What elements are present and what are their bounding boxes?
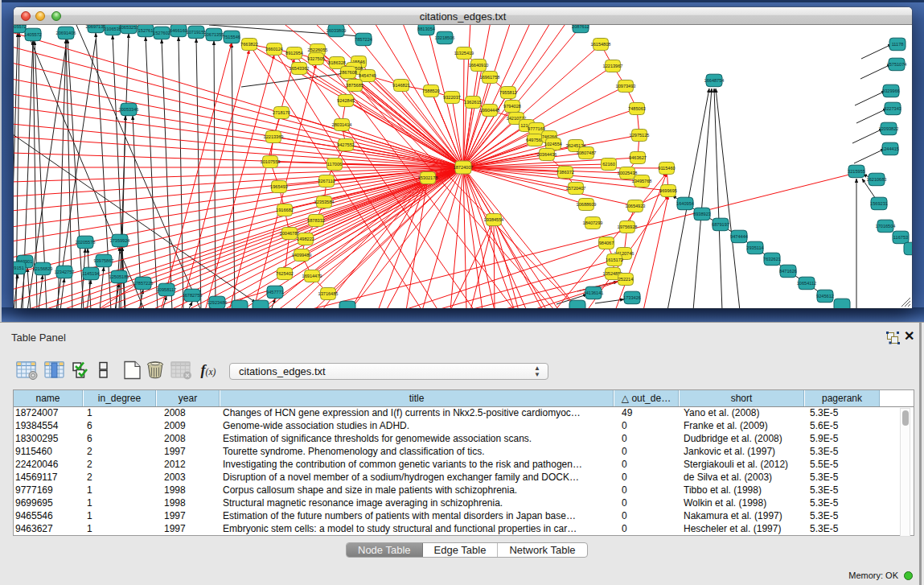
svg-text:17857225: 17857225: [133, 281, 154, 286]
svg-text:8471626: 8471626: [779, 269, 797, 274]
svg-text:19904448: 19904448: [480, 108, 500, 113]
svg-text:13218506: 13218506: [435, 35, 455, 40]
svg-text:7485063: 7485063: [628, 106, 646, 111]
svg-text:1569231: 1569231: [870, 201, 888, 206]
svg-text:117006: 117006: [327, 162, 342, 167]
svg-text:8186328: 8186328: [328, 60, 346, 65]
svg-text:1733426: 1733426: [623, 295, 641, 300]
svg-text:9777169: 9777169: [528, 126, 545, 131]
svg-text:1405572: 1405572: [24, 32, 42, 37]
svg-text:984067: 984067: [599, 241, 614, 245]
svg-text:10688609: 10688609: [577, 202, 597, 207]
svg-text:9322037: 9322037: [443, 95, 461, 100]
svg-text:9115460: 9115460: [658, 166, 675, 171]
svg-text:1362615: 1362615: [464, 100, 482, 105]
svg-text:14136141: 14136141: [584, 290, 604, 295]
svg-text:20691406: 20691406: [56, 31, 76, 35]
svg-text:18724007: 18724007: [454, 165, 474, 170]
svg-text:25226055: 25226055: [308, 47, 328, 52]
svg-text:1244415: 1244415: [881, 146, 899, 151]
svg-text:12923486: 12923486: [207, 300, 228, 305]
svg-text:62160: 62160: [602, 162, 615, 167]
svg-text:3267110: 3267110: [318, 179, 335, 183]
svg-text:2867608: 2867608: [339, 70, 357, 75]
svg-text:18407299: 18407299: [583, 220, 603, 225]
svg-text:12156829: 12156829: [33, 266, 53, 271]
svg-text:2718170: 2718170: [273, 110, 290, 115]
svg-text:9463627: 9463627: [629, 155, 647, 160]
svg-text:19756928: 19756928: [618, 225, 638, 229]
svg-text:116753: 116753: [893, 235, 908, 240]
svg-text:17359924: 17359924: [110, 238, 130, 243]
svg-text:28031414: 28031414: [332, 122, 352, 127]
svg-text:15751074: 15751074: [887, 62, 907, 67]
svg-text:152761: 152761: [138, 28, 154, 33]
svg-text:1145194: 1145194: [82, 271, 99, 276]
svg-text:7663822: 7663822: [240, 42, 258, 47]
svg-text:10107553: 10107553: [261, 159, 281, 164]
svg-text:9245612: 9245612: [816, 294, 834, 299]
svg-text:9242845: 9242845: [337, 98, 355, 103]
svg-text:9329966: 9329966: [882, 89, 900, 93]
svg-text:15302178: 15302178: [418, 175, 438, 180]
svg-text:8912954: 8912954: [285, 51, 303, 56]
svg-text:9474444: 9474444: [730, 234, 748, 239]
svg-text:16543362: 16543362: [290, 66, 310, 71]
svg-text:12505185: 12505185: [109, 274, 129, 279]
svg-text:f(x): f(x): [201, 362, 216, 378]
svg-text:10653257: 10653257: [119, 25, 139, 30]
svg-text:1024554: 1024554: [544, 142, 562, 146]
svg-text:19384554: 19384554: [484, 217, 504, 222]
svg-text:16640910: 16640910: [469, 63, 489, 68]
svg-text:9146821: 9146821: [392, 83, 410, 88]
svg-text:20053346: 20053346: [119, 107, 139, 112]
svg-text:20364436: 20364436: [537, 152, 557, 157]
svg-text:12093822: 12093822: [879, 126, 899, 131]
svg-text:10671355: 10671355: [204, 32, 224, 37]
svg-text:12213967: 12213967: [603, 64, 623, 68]
svg-text:10025438: 10025438: [618, 171, 638, 175]
svg-text:9699695: 9699695: [659, 188, 677, 193]
svg-text:12353584: 12353584: [314, 200, 335, 204]
svg-text:8454749: 8454749: [359, 73, 376, 78]
svg-text:5878332: 5878332: [307, 218, 325, 223]
svg-text:20697135: 20697135: [86, 25, 106, 29]
svg-text:9327505: 9327505: [307, 56, 325, 61]
svg-text:16961758: 16961758: [480, 75, 500, 80]
svg-text:13716485: 13716485: [318, 291, 339, 296]
svg-text:2935114: 2935114: [746, 245, 763, 250]
svg-text:9227343: 9227343: [884, 106, 901, 111]
svg-text:6879197: 6879197: [712, 222, 729, 227]
svg-text:2087612: 2087612: [572, 25, 589, 29]
svg-text:1498222: 1498222: [297, 237, 314, 241]
svg-text:17016504: 17016504: [876, 224, 896, 229]
svg-text:39151: 39151: [14, 266, 24, 270]
svg-text:16154808: 16154808: [591, 42, 611, 47]
svg-text:10958117: 10958117: [157, 287, 176, 292]
svg-text:10654923: 10654923: [626, 204, 646, 208]
svg-text:8938923: 8938923: [693, 212, 711, 216]
svg-text:16914479: 16914479: [302, 274, 322, 278]
svg-text:7386372: 7386372: [556, 170, 574, 175]
svg-text:3875685: 3875685: [346, 83, 363, 88]
svg-text:6466160: 6466160: [170, 28, 187, 33]
svg-text:16648754: 16648754: [704, 78, 725, 83]
svg-text:1405572: 1405572: [14, 25, 27, 29]
svg-text:10807487: 10807487: [577, 150, 597, 155]
svg-text:16210683: 16210683: [867, 177, 887, 182]
svg-text:1640954: 1640954: [676, 201, 694, 206]
svg-text:252214: 252214: [618, 277, 634, 282]
svg-text:3660124: 3660124: [265, 47, 283, 51]
svg-text:8813054: 8813054: [417, 27, 435, 31]
svg-text:1527602: 1527602: [153, 31, 170, 35]
svg-text:7632621: 7632621: [763, 257, 781, 262]
svg-text:13495768: 13495768: [632, 179, 652, 183]
svg-text:11325419: 11325419: [454, 51, 474, 56]
svg-text:6497568: 6497568: [526, 138, 544, 142]
svg-text:20205578: 20205578: [76, 240, 96, 245]
svg-text:9794028: 9794028: [503, 104, 521, 109]
svg-text:10973493: 10973493: [616, 84, 636, 89]
svg-text:11178: 11178: [892, 42, 904, 47]
svg-text:16782759: 16782759: [183, 293, 203, 298]
svg-text:1965493: 1965493: [270, 184, 288, 189]
